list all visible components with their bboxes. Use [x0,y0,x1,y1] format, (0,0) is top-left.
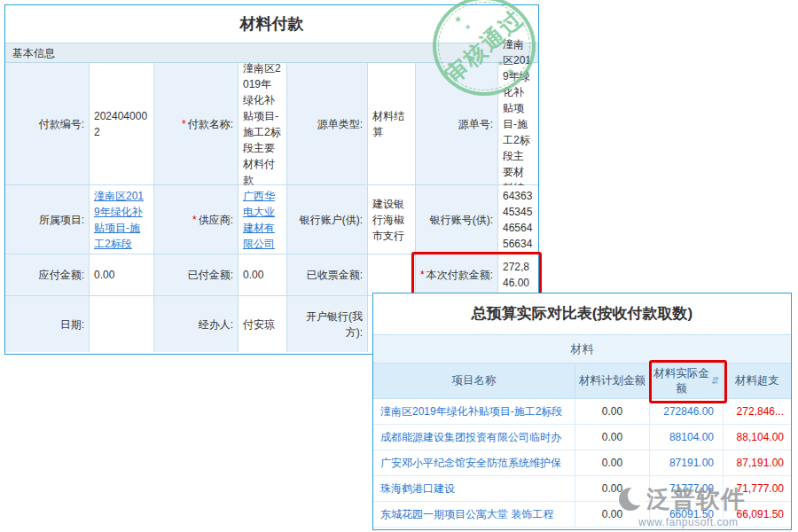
col-header-material-overrun: 材料超支 [724,364,791,399]
source-type-label: 源单类型: [287,63,368,185]
date-value [90,296,154,352]
required-mark: * [182,116,186,132]
col-header-material-plan-amount: 材料计划金额 [575,364,650,399]
project-name-link[interactable]: 成都能源建设集团投资有限公司临时办 [373,425,575,450]
material-group-header: 材料 [373,334,791,364]
our-bank-label: 开户银行(我方): [287,296,368,352]
source-no-value: 潼南区2019年绿化补贴项目-施工2标段主要材料结算 [498,63,538,185]
actual-amount-link[interactable]: 87191.00 [650,450,724,476]
required-mark: * [192,212,197,228]
comparison-table: 项目名称 材料计划金额 材料实际金额⇵ 材料超支 潼南区2019年绿化补贴项目-… [373,364,791,528]
payment-name-value: 潼南区2019年绿化补贴项目-施工2标段主要材料付款 [239,63,287,185]
current-payment-label: *本次付款金额: [416,254,498,296]
project-link[interactable]: 潼南区2019年绿化补贴项目-施工2标段 [94,188,149,252]
overrun-cell: 71,777.00 [724,476,791,502]
overrun-cell: 66,091.50 [724,502,791,528]
project-name-link[interactable]: 东城花园一期项目公寓大堂 装饰工程 [373,502,575,528]
plan-amount-cell: 0.00 [575,399,650,425]
date-label: 日期: [5,296,90,352]
comparison-title: 总预算实际对比表(按收付款取数) [373,293,791,334]
invoiced-label: 已收票金额: [287,254,368,296]
payment-name-label: *付款名称: [154,63,239,185]
bank-account-value: 建设银行海椒市支行 [368,185,416,254]
operator-label: 经办人: [154,296,239,352]
bank-no-label: 银行账号(供): [416,185,498,254]
overrun-cell: 87,191.00 [724,450,791,476]
payment-no-value: 2024040002 [90,63,154,185]
plan-amount-cell: 0.00 [575,502,650,528]
invoiced-value [368,254,416,296]
source-type-value: 材料结算 [368,63,416,185]
overrun-cell: 88,104.00 [724,425,791,450]
payment-no-label: 付款编号: [5,63,90,185]
supplier-value: 广西华电大业建材有限公司 [239,185,287,254]
overrun-cell: 272,846... [724,399,791,425]
budget-comparison-panel: 总预算实际对比表(按收付款取数) 材料 项目名称 材料计划金额 材料实际金额⇵ … [372,293,792,530]
payable-label: 应付金额: [5,254,90,296]
source-no-label: 源单号: [416,63,498,185]
paid-label: 已付金额: [154,254,239,296]
supplier-label: *供应商: [154,185,239,254]
page-title: 材料付款 [5,5,538,43]
sort-descending-icon[interactable]: ⇵ [711,375,719,387]
actual-amount-link[interactable]: 71777.00 [650,476,724,502]
col-header-project-name: 项目名称 [373,364,575,399]
operator-value: 付安琼 [239,296,287,352]
project-name-link[interactable]: 广安邓小平纪念馆安全防范系统维护保 [373,450,575,476]
project-value: 潼南区2019年绿化补贴项目-施工2标段 [90,185,154,254]
required-mark: * [420,267,425,283]
actual-amount-link[interactable]: 66091.50 [650,502,724,528]
current-payment-value: 272,846.00 [498,254,538,296]
plan-amount-cell: 0.00 [575,425,650,450]
plan-amount-cell: 0.00 [575,450,650,476]
payable-value: 0.00 [90,254,154,296]
plan-amount-cell: 0.00 [575,476,650,502]
project-label: 所属项目: [5,185,90,254]
col-header-material-actual-amount[interactable]: 材料实际金额⇵ [650,364,724,399]
actual-amount-link[interactable]: 272846.00 [650,399,724,425]
paid-value: 0.00 [239,254,287,296]
supplier-link[interactable]: 广西华电大业建材有限公司 [243,188,282,252]
project-name-link[interactable]: 珠海鹤港口建设 [373,476,575,502]
bank-account-label: 银行账户(供): [287,185,368,254]
actual-amount-link[interactable]: 88104.00 [650,425,724,450]
bank-no-value: 64363453454656456634 [498,185,538,254]
project-name-link[interactable]: 潼南区2019年绿化补贴项目-施工2标段 [373,399,575,425]
